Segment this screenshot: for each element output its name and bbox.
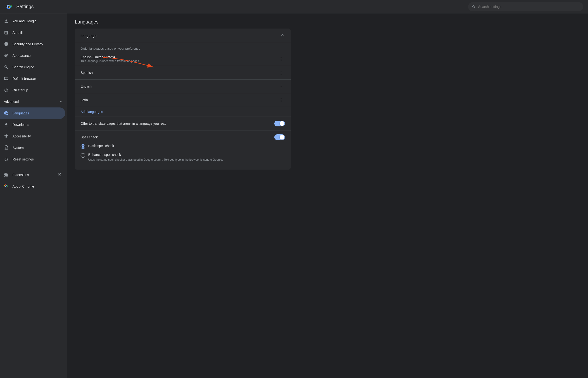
language-menu-latin[interactable]: ⋮ [277, 96, 285, 104]
basic-spell-check-text: Basic spell check [88, 144, 285, 148]
autofill-icon [4, 30, 9, 35]
sidebar-label-languages: Languages [13, 111, 61, 115]
sidebar-label-autofill: Autofill [13, 31, 61, 35]
spell-check-toggle[interactable] [274, 134, 285, 140]
order-label: Order languages based on your preference [75, 43, 291, 52]
system-icon [4, 145, 9, 150]
language-section-title: Language [80, 34, 97, 38]
language-info-spanish: Spanish [80, 71, 277, 75]
sidebar-label-appearance: Appearance [13, 54, 61, 58]
language-name-latin: Latin [80, 98, 277, 102]
language-menu-english[interactable]: ⋮ [277, 82, 285, 90]
sidebar-item-about-chrome[interactable]: About Chrome [0, 181, 65, 192]
sidebar-item-autofill[interactable]: Autofill [0, 27, 65, 38]
language-info-english-us: English (United States) This language is… [80, 55, 277, 63]
enhanced-spell-check-desc: Uses the same spell checker that's used … [88, 158, 285, 162]
spell-toggle-track [274, 134, 285, 140]
sidebar-item-on-startup[interactable]: On startup [0, 84, 65, 96]
language-menu-spanish[interactable]: ⋮ [277, 69, 285, 77]
enhanced-spell-check-label: Enhanced spell check [88, 153, 285, 157]
extensions-icon [4, 173, 9, 177]
languages-card: Language Order languages based on your p… [75, 28, 291, 170]
sidebar: You and Google Autofill Security and Pri… [0, 14, 67, 378]
sidebar-item-search-engine[interactable]: Search engine [0, 61, 65, 73]
sidebar-item-downloads[interactable]: Downloads [0, 119, 65, 131]
sidebar-label-reset-settings: Reset settings [13, 157, 61, 161]
sidebar-label-accessibility: Accessibility [13, 134, 61, 138]
radio-inner-selected [82, 145, 84, 148]
add-languages-button[interactable]: Add languages [75, 107, 109, 117]
basic-spell-check-label: Basic spell check [88, 144, 285, 148]
settings-title: Settings [16, 4, 34, 9]
sidebar-item-accessibility[interactable]: Accessibility [0, 131, 65, 142]
sidebar-item-default-browser[interactable]: Default browser [0, 73, 65, 84]
language-menu-english-us[interactable]: ⋮ [277, 55, 285, 63]
language-item-english-us: English (United States) This language is… [75, 52, 291, 66]
person-icon [4, 19, 9, 24]
sidebar-item-reset-settings[interactable]: Reset settings [0, 153, 65, 165]
sidebar-item-system[interactable]: System [0, 142, 65, 153]
spell-check-section: Spell check Basic spell check [75, 130, 291, 170]
sidebar-label-system: System [13, 146, 61, 150]
toggle-track [274, 121, 285, 126]
page-title: Languages [75, 19, 580, 25]
toggle-thumb [280, 121, 284, 126]
search-input[interactable] [478, 5, 579, 9]
sidebar-label-security: Security and Privacy [13, 42, 61, 46]
search-engine-icon [4, 65, 9, 69]
monitor-icon [4, 76, 9, 81]
sidebar-label-extensions: Extensions [13, 173, 54, 177]
sidebar-item-you-and-google[interactable]: You and Google [0, 15, 65, 27]
search-icon [472, 5, 476, 9]
sidebar-label-on-startup: On startup [13, 88, 61, 92]
external-link-icon [58, 173, 61, 177]
svg-point-3 [6, 186, 7, 187]
language-item-english: English ⋮ [75, 80, 291, 93]
enhanced-spell-check-radio[interactable] [80, 153, 85, 158]
palette-icon [4, 53, 9, 58]
about-chrome-icon [4, 184, 9, 189]
spell-check-header: Spell check [80, 134, 285, 140]
collapse-icon [280, 32, 285, 39]
language-sub-english-us: This language is used when translating p… [80, 59, 277, 63]
sidebar-item-languages[interactable]: Languages [0, 108, 65, 119]
chevron-up-icon [58, 99, 63, 104]
sidebar-label-search-engine: Search engine [13, 65, 61, 69]
topbar: Settings [0, 0, 588, 14]
main-layout: You and Google Autofill Security and Pri… [0, 14, 588, 378]
spell-check-title: Spell check [80, 135, 98, 139]
language-name-english: English [80, 84, 277, 88]
shield-icon [4, 42, 9, 47]
language-info-latin: Latin [80, 98, 277, 102]
language-item-spanish: Spanish ⋮ [75, 66, 291, 80]
advanced-section-header[interactable]: Advanced [0, 96, 67, 108]
globe-icon [4, 111, 9, 116]
reset-icon [4, 157, 9, 162]
power-icon [4, 88, 9, 93]
accessibility-icon [4, 134, 9, 139]
translate-toggle[interactable] [274, 121, 285, 126]
chrome-logo-icon [5, 3, 13, 11]
translate-toggle-row: Offer to translate pages that aren't in … [75, 117, 291, 130]
sidebar-label-you-and-google: You and Google [13, 19, 61, 23]
download-icon [4, 122, 9, 127]
sidebar-label-default-browser: Default browser [13, 77, 61, 81]
language-info-english: English [80, 84, 277, 88]
basic-spell-check-option[interactable]: Basic spell check [80, 144, 285, 149]
basic-spell-check-radio[interactable] [80, 144, 85, 149]
language-name-english-us: English (United States) [80, 55, 277, 59]
translate-toggle-label: Offer to translate pages that aren't in … [80, 122, 166, 125]
sidebar-label-downloads: Downloads [13, 123, 61, 127]
sidebar-label-about-chrome: About Chrome [13, 184, 61, 188]
advanced-label: Advanced [4, 100, 19, 104]
sidebar-item-appearance[interactable]: Appearance [0, 50, 65, 61]
enhanced-spell-check-option[interactable]: Enhanced spell check Uses the same spell… [80, 153, 285, 162]
language-section-header[interactable]: Language [75, 28, 291, 43]
sidebar-divider [0, 167, 67, 167]
sidebar-item-extensions[interactable]: Extensions [0, 169, 65, 181]
language-item-latin: Latin ⋮ [75, 93, 291, 107]
enhanced-spell-check-text: Enhanced spell check Uses the same spell… [88, 153, 285, 162]
spell-toggle-thumb [280, 135, 284, 140]
sidebar-item-security-privacy[interactable]: Security and Privacy [0, 38, 65, 50]
search-bar[interactable] [468, 2, 583, 11]
